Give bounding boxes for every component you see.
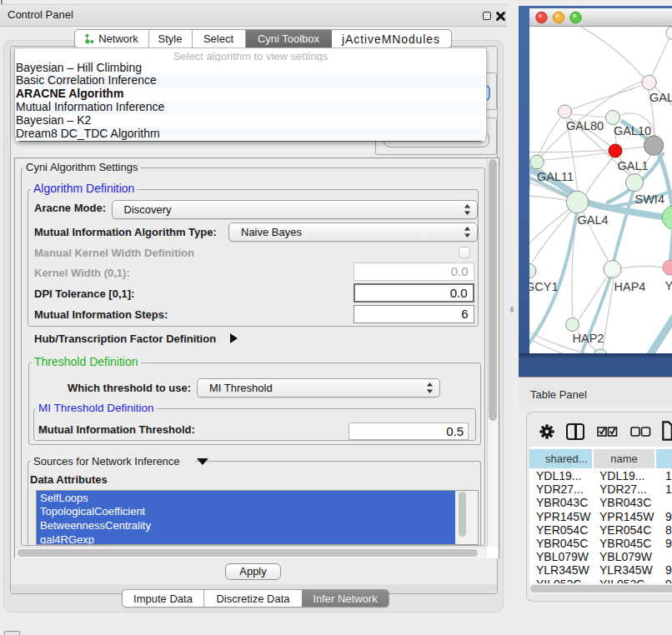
svg-text:GAL2: GAL2 [649,91,672,104]
svg-text:HAP2: HAP2 [573,332,604,345]
svg-text:GAL4: GAL4 [578,213,609,227]
svg-text:GAL80: GAL80 [566,119,604,132]
svg-text:GAL1: GAL1 [618,159,649,172]
svg-text:GCY1: GCY1 [529,280,559,293]
svg-text:GAL10: GAL10 [614,124,651,138]
svg-text:HAP4: HAP4 [614,280,646,293]
svg-text:GAL11: GAL11 [537,169,574,182]
svg-text:YD: YD [665,279,672,292]
svg-text:SWI4: SWI4 [635,192,664,206]
